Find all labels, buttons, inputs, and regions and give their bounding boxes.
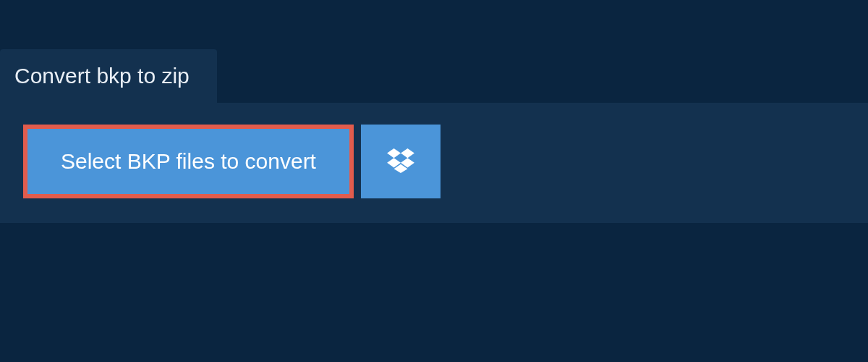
svg-marker-1 — [401, 148, 414, 158]
select-files-label: Select BKP files to convert — [61, 151, 316, 172]
tab-label: Convert bkp to zip — [14, 64, 190, 88]
dropbox-icon — [387, 148, 414, 175]
tab-bar: Convert bkp to zip — [0, 49, 868, 103]
tab-convert[interactable]: Convert bkp to zip — [0, 49, 217, 103]
upload-panel: Select BKP files to convert — [0, 103, 868, 223]
svg-marker-0 — [387, 148, 401, 158]
dropbox-button[interactable] — [361, 125, 441, 198]
select-files-button[interactable]: Select BKP files to convert — [23, 125, 354, 198]
